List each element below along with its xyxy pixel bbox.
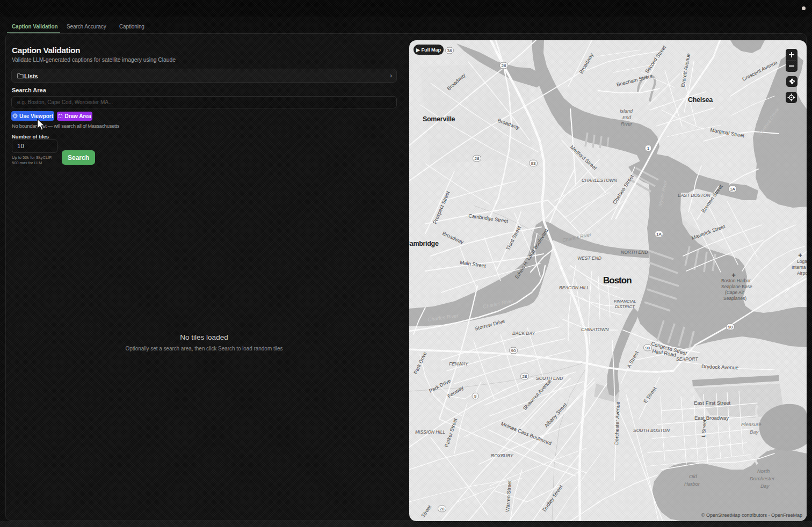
svg-text:28: 28 [440, 507, 445, 511]
svg-text:L Street: L Street [700, 419, 707, 437]
svg-text:Harbor: Harbor [684, 481, 700, 487]
svg-text:9: 9 [474, 394, 477, 399]
svg-text:28: 28 [502, 63, 506, 68]
svg-text:Loga: Loga [797, 259, 807, 264]
svg-text:SEAPORT: SEAPORT [676, 356, 698, 362]
svg-text:Island: Island [620, 108, 633, 114]
svg-text:Airpo: Airpo [797, 270, 807, 276]
svg-text:38: 38 [447, 48, 452, 53]
svg-text:Bay: Bay [760, 483, 770, 489]
svg-text:1A: 1A [730, 187, 735, 192]
svg-text:Bay: Bay [750, 429, 759, 435]
svg-text:Interna: Interna [792, 265, 806, 270]
svg-text:90: 90 [646, 346, 650, 350]
svg-text:Cambridge: Cambridge [409, 240, 439, 247]
svg-text:ROXBURY: ROXBURY [491, 453, 514, 458]
svg-text:1A: 1A [656, 232, 662, 237]
svg-text:End: End [622, 115, 632, 120]
svg-text:(Cape Air: (Cape Air [725, 290, 744, 295]
svg-text:28: 28 [523, 374, 527, 379]
svg-text:East Broadway: East Broadway [694, 415, 729, 421]
svg-text:Seaplane Base: Seaplane Base [721, 284, 752, 289]
svg-text:NORTH END: NORTH END [621, 250, 648, 255]
svg-text:Chelsea: Chelsea [688, 96, 713, 104]
svg-text:MISSION HILL: MISSION HILL [415, 429, 445, 435]
svg-text:EAST BOSTON: EAST BOSTON [678, 193, 711, 198]
svg-text:FINANCIAL: FINANCIAL [614, 299, 636, 304]
svg-text:DISTRICT: DISTRICT [615, 304, 635, 309]
svg-text:28: 28 [475, 156, 480, 161]
svg-text:Dorchester: Dorchester [750, 475, 775, 481]
svg-text:Seaplanes): Seaplanes) [723, 296, 746, 301]
svg-text:✚: ✚ [798, 253, 802, 258]
svg-text:Somerville: Somerville [423, 115, 455, 123]
svg-text:93: 93 [531, 161, 536, 166]
svg-text:Pleasure: Pleasure [741, 421, 762, 427]
svg-text:1: 1 [647, 146, 650, 151]
svg-text:Old: Old [689, 473, 698, 479]
svg-text:FENWAY: FENWAY [449, 361, 469, 367]
svg-text:North: North [757, 468, 770, 474]
svg-text:✚: ✚ [731, 273, 736, 278]
svg-text:River: River [621, 121, 633, 127]
svg-text:Boston Harbor: Boston Harbor [721, 278, 751, 283]
svg-text:SOUTH BOSTON: SOUTH BOSTON [633, 428, 670, 433]
svg-text:East First Street: East First Street [694, 400, 730, 406]
svg-text:BEACON HILL: BEACON HILL [559, 285, 589, 290]
svg-text:Boston: Boston [603, 275, 632, 286]
svg-text:WEST END: WEST END [577, 255, 601, 261]
svg-text:CHINATOWN: CHINATOWN [581, 327, 609, 332]
svg-text:CHARLESTOWN: CHARLESTOWN [582, 178, 618, 183]
svg-text:90: 90 [511, 348, 516, 353]
svg-text:90: 90 [728, 325, 733, 330]
svg-text:BACK BAY: BACK BAY [512, 331, 535, 336]
